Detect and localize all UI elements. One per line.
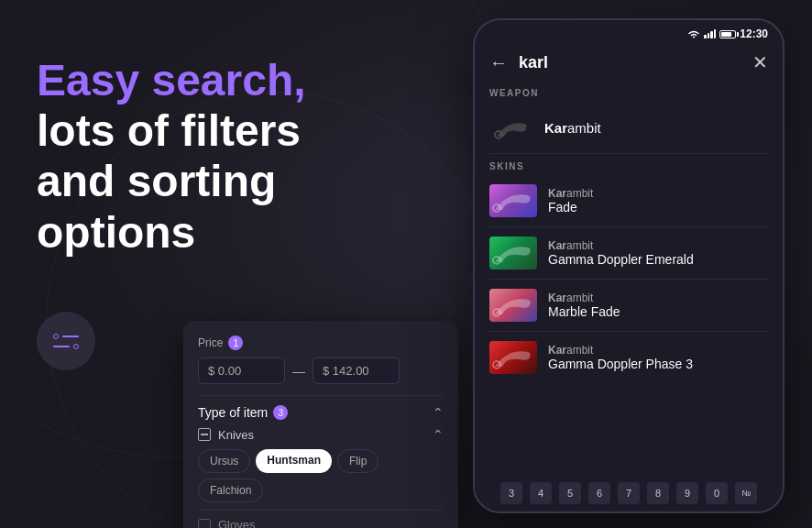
karambit-fade-icon bbox=[489, 184, 537, 217]
weapon-name: Karambit bbox=[544, 120, 768, 136]
battery-fill bbox=[721, 32, 731, 37]
headline-accent: Easy search, bbox=[37, 56, 306, 104]
headline-rest: lots of filtersand sortingoptions bbox=[37, 106, 301, 256]
filter-line-2 bbox=[53, 344, 79, 349]
knife-tag-huntsman[interactable]: Huntsman bbox=[256, 449, 332, 473]
price-min-input[interactable]: $ 0.00 bbox=[198, 358, 285, 384]
price-badge: 1 bbox=[228, 336, 243, 350]
weapon-section-label: WEAPON bbox=[475, 81, 783, 102]
skin-item-fade[interactable]: Karambit Fade bbox=[475, 175, 783, 226]
karambit-marble-icon bbox=[489, 289, 537, 322]
price-dash: — bbox=[292, 364, 305, 379]
skin-info-gamma-emerald: Karambit Gamma Doppler Emerald bbox=[548, 239, 768, 267]
kbd-key-num[interactable]: № bbox=[735, 482, 757, 504]
price-label: Price 1 bbox=[198, 336, 444, 350]
kbd-key-9[interactable]: 9 bbox=[676, 482, 698, 504]
skin-thumb-fade bbox=[489, 184, 537, 217]
karambit-emerald-icon bbox=[489, 236, 537, 270]
karambit-phase3-icon bbox=[489, 341, 537, 374]
karambit-gray-icon bbox=[489, 111, 533, 144]
knives-row: Knives ⌃ bbox=[198, 427, 444, 442]
wifi-icon bbox=[687, 29, 700, 38]
kbd-key-7[interactable]: 7 bbox=[618, 482, 640, 504]
weapon-name-highlight: Kar bbox=[544, 120, 567, 136]
skin-name-bottom-gamma-emerald: Gamma Doppler Emerald bbox=[548, 252, 768, 267]
search-highlight: karl bbox=[519, 53, 548, 72]
filter-bar-1 bbox=[62, 336, 79, 337]
kbd-key-4[interactable]: 4 bbox=[530, 482, 552, 504]
weapon-thumbnail bbox=[489, 111, 533, 144]
skin-info-fade: Karambit Fade bbox=[548, 187, 768, 214]
price-row: $ 0.00 — $ 142.00 bbox=[198, 358, 444, 384]
weapon-name-rest: ambit bbox=[567, 120, 601, 136]
search-text[interactable]: karl bbox=[519, 53, 741, 72]
knife-types: Ursus Huntsman Flip Falchion bbox=[198, 449, 444, 502]
skin-item-gamma-emerald[interactable]: Karambit Gamma Doppler Emerald bbox=[475, 227, 783, 279]
battery-icon bbox=[719, 30, 736, 38]
type-label-row: Type of item 3 bbox=[198, 405, 288, 420]
kbd-key-8[interactable]: 8 bbox=[647, 482, 669, 504]
headline: Easy search, lots of filtersand sortingo… bbox=[37, 55, 385, 258]
skin-name-top-fade: Karambit bbox=[548, 187, 768, 200]
skin-thumb-gamma-emerald bbox=[489, 236, 537, 270]
price-max-input[interactable]: $ 142.00 bbox=[313, 358, 400, 384]
type-badge: 3 bbox=[273, 405, 288, 420]
knife-tag-falchion[interactable]: Falchion bbox=[198, 478, 263, 502]
type-label: Type of item bbox=[198, 405, 268, 420]
knives-label: Knives bbox=[198, 428, 254, 442]
filter-lines-icon bbox=[53, 334, 79, 349]
signal-icon bbox=[704, 29, 716, 38]
skin-thumb-marble-fade bbox=[489, 289, 537, 322]
kbd-key-0[interactable]: 0 bbox=[706, 482, 728, 504]
knife-tag-flip[interactable]: Flip bbox=[337, 449, 379, 473]
gloves-row: Gloves bbox=[198, 510, 444, 528]
skin-item-marble-fade[interactable]: Karambit Marble Fade bbox=[475, 280, 783, 331]
gloves-label: Gloves bbox=[218, 518, 255, 528]
skin-item-gamma-phase3[interactable]: Karambit Gamma Doppler Phase 3 bbox=[475, 332, 783, 383]
search-bar[interactable]: ← karl ✕ bbox=[475, 44, 783, 81]
skin-info-marble-fade: Karambit Marble Fade bbox=[548, 292, 768, 319]
minus-line bbox=[201, 434, 208, 435]
skin-name-top-marble-fade: Karambit bbox=[548, 292, 768, 304]
price-section: Price 1 $ 0.00 — $ 142.00 bbox=[198, 336, 444, 384]
filter-dot-1 bbox=[53, 334, 59, 339]
skin-thumb-gamma-phase3 bbox=[489, 341, 537, 374]
chevron-up-icon[interactable]: ⌃ bbox=[433, 405, 444, 420]
filter-card: Price 1 $ 0.00 — $ 142.00 Type of item 3… bbox=[183, 321, 458, 528]
skin-name-bottom-fade: Fade bbox=[548, 200, 768, 214]
filter-dot-2 bbox=[73, 344, 79, 349]
weapon-info: Karambit bbox=[544, 120, 768, 136]
filter-icon-circle[interactable] bbox=[37, 312, 95, 370]
skin-name-top-gamma-phase3: Karambit bbox=[548, 344, 768, 357]
minus-icon[interactable] bbox=[198, 428, 211, 441]
knives-chevron-icon[interactable]: ⌃ bbox=[433, 427, 444, 442]
kbd-key-3[interactable]: 3 bbox=[500, 482, 522, 504]
status-icons: 12:30 bbox=[687, 28, 768, 40]
weapon-item[interactable]: Karambit bbox=[475, 102, 783, 153]
close-icon[interactable]: ✕ bbox=[752, 51, 768, 73]
left-panel: Easy search, lots of filtersand sortingo… bbox=[37, 55, 385, 258]
filter-bar-2 bbox=[53, 346, 70, 347]
skin-info-gamma-phase3: Karambit Gamma Doppler Phase 3 bbox=[548, 344, 768, 371]
skin-name-bottom-gamma-phase3: Gamma Doppler Phase 3 bbox=[548, 357, 768, 371]
keyboard-row: 3 4 5 6 7 8 9 0 № bbox=[475, 475, 783, 512]
type-row: Type of item 3 ⌃ bbox=[198, 395, 444, 427]
kbd-key-5[interactable]: 5 bbox=[559, 482, 581, 504]
phone-mockup: 12:30 ← karl ✕ WEAPON Karambit SKINS bbox=[473, 18, 785, 513]
status-time: 12:30 bbox=[740, 28, 768, 40]
knife-tag-ursus[interactable]: Ursus bbox=[198, 449, 250, 473]
kbd-key-6[interactable]: 6 bbox=[588, 482, 610, 504]
skin-name-top-gamma-emerald: Karambit bbox=[548, 239, 768, 252]
skin-name-bottom-marble-fade: Marble Fade bbox=[548, 304, 768, 319]
battery-tip bbox=[737, 32, 739, 37]
back-arrow-icon[interactable]: ← bbox=[489, 52, 508, 73]
gloves-checkbox[interactable] bbox=[198, 519, 211, 529]
filter-line-1 bbox=[53, 334, 79, 339]
skins-section-label: SKINS bbox=[475, 154, 783, 175]
status-bar: 12:30 bbox=[475, 20, 783, 44]
